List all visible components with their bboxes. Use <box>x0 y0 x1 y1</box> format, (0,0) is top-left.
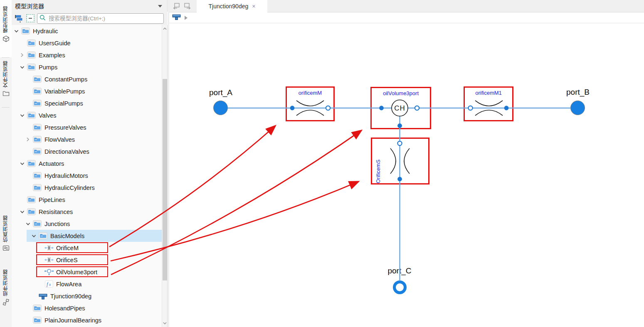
folder-icon <box>26 111 37 120</box>
folder-icon <box>26 208 37 216</box>
chevron-spacer <box>25 76 31 83</box>
component-orificemM[interactable]: orificemM <box>286 86 335 121</box>
tree-scrollbar[interactable] <box>162 25 167 327</box>
tree-item-variablepumps[interactable]: VariablePumps <box>12 85 162 97</box>
tree-item-valves[interactable]: Valves <box>12 109 162 121</box>
tree-item-hydrauliccylinders[interactable]: HydraulicCylinders <box>12 182 162 194</box>
tab-close-icon[interactable]: × <box>252 3 255 9</box>
panel-menu-caret-icon[interactable] <box>158 5 162 7</box>
folder-icon <box>32 316 42 325</box>
editor-tab-bar: Tjunction90deg × <box>169 0 644 12</box>
tree-item-holesandpipes[interactable]: HolesandPipes <box>12 302 162 314</box>
tree-view-options-button[interactable] <box>14 14 23 23</box>
tree-item-label: Resisitances <box>37 209 73 215</box>
component-label: oilVolume3port <box>372 90 430 96</box>
tree-item-directionavalves[interactable]: DirectionaValves <box>12 145 162 157</box>
tab-tjunction90deg[interactable]: Tjunction90deg × <box>197 0 267 12</box>
tree-item-orificem[interactable]: OrificeM <box>12 242 162 254</box>
chevron-spacer <box>25 305 31 312</box>
tree-item-specialpumps[interactable]: SpecialPumps <box>12 97 162 109</box>
chevron-down-icon[interactable] <box>13 28 20 34</box>
tree-item-label: FlowArea <box>55 281 81 288</box>
tree-item-label: VariablePumps <box>43 88 85 95</box>
tree-item-label: PressureValves <box>43 124 86 131</box>
folder-icon <box>32 99 42 108</box>
tree-item-pressurevalves[interactable]: PressureValves <box>12 121 162 133</box>
scroll-up-icon[interactable] <box>162 26 168 32</box>
tree-item-label: Hydraulic <box>32 28 58 34</box>
chevron-down-icon[interactable] <box>25 221 31 227</box>
tree-item-basicmodels[interactable]: BasicModels <box>12 230 162 242</box>
rail-tab-label: 模型浏览器 <box>3 6 8 33</box>
folder-icon <box>32 75 42 84</box>
collapse-all-button[interactable] <box>25 14 35 23</box>
tree-item-label: Examples <box>37 52 65 59</box>
tree-item-constantpumps[interactable]: ConstantPumps <box>12 73 162 85</box>
tree-item-junctions[interactable]: Junctions <box>12 218 162 230</box>
rail-tab-component-browser[interactable]: 组件浏览器 <box>0 269 12 307</box>
tree-item-tjunction90deg[interactable]: Tjunction90deg <box>12 290 162 302</box>
tree-item-hydraulic[interactable]: Hydraulic <box>12 25 162 37</box>
nav-forward-button[interactable] <box>184 2 191 10</box>
chevron-down-icon[interactable] <box>19 160 25 167</box>
fx-icon: fx <box>44 280 54 288</box>
tab-label: Tjunction90deg <box>209 3 249 10</box>
component-label: OrificemS <box>375 139 381 183</box>
port-c-connector[interactable] <box>393 280 407 294</box>
tree-item-pipelines[interactable]: PipeLines <box>12 194 162 206</box>
tree-item-hydraulicmotors[interactable]: HydraulicMotors <box>12 170 162 182</box>
chevron-spacer <box>25 148 31 155</box>
tree-item-label: OilVolume3port <box>55 269 97 275</box>
component-label: orificemM <box>287 90 333 96</box>
tree-item-usersguide[interactable]: UsersGuide <box>12 37 162 49</box>
search-box <box>37 13 164 24</box>
chevron-spacer <box>36 281 43 288</box>
chevron-right-icon[interactable] <box>25 136 31 143</box>
chevron-down-icon[interactable] <box>19 112 25 119</box>
component-oilVolume3port[interactable]: oilVolume3port <box>370 87 431 129</box>
chevron-down-icon[interactable] <box>30 233 37 239</box>
tree-item-pumps[interactable]: Pumps <box>12 61 162 73</box>
tree-item-resisitances[interactable]: Resisitances <box>12 206 162 218</box>
tree-item-actuators[interactable]: Actuators <box>12 157 162 170</box>
port-a-connector[interactable] <box>213 101 228 115</box>
tree-item-examples[interactable]: Examples <box>12 49 162 61</box>
tee-icon <box>38 292 48 300</box>
port-label: port_B <box>560 88 595 97</box>
rail-tab-model-browser[interactable]: 模型浏览器 <box>0 0 12 57</box>
model-cube-icon <box>2 35 10 44</box>
folder-icon <box>32 123 42 132</box>
tree-item-orifices[interactable]: OrificeS <box>12 254 162 266</box>
tree-item-label: UsersGuide <box>37 40 71 47</box>
tree-item-oilvolume3port[interactable]: OilVolume3port <box>12 266 162 278</box>
tree-item-label: HydraulicMotors <box>43 172 88 179</box>
tree-item-label: HolesandPipes <box>43 305 85 312</box>
folder-icon <box>32 148 42 156</box>
chevron-spacer <box>25 88 31 95</box>
tjunction-model-icon <box>172 13 181 22</box>
tree-item-flowarea[interactable]: fxFlowArea <box>12 278 162 290</box>
nav-back-button[interactable] <box>173 2 180 10</box>
chevron-right-icon[interactable] <box>19 52 25 59</box>
port-b-connector[interactable] <box>570 101 585 115</box>
rail-separator <box>2 57 10 58</box>
breadcrumb-expand-icon[interactable] <box>185 16 188 20</box>
scrollbar-thumb[interactable] <box>163 79 167 280</box>
tree-item-plainjournalbearings[interactable]: PlainJournalBearings <box>12 314 162 326</box>
scroll-down-icon[interactable] <box>162 320 168 326</box>
rail-tab-simulation-browser[interactable]: 仿真浏览器 <box>0 215 12 253</box>
tree-item-label: HydraulicCylinders <box>43 184 95 191</box>
tree-item-flowvalves[interactable]: FlowValves <box>12 133 162 145</box>
search-input[interactable] <box>48 15 161 22</box>
rail-tab-file-browser[interactable]: 文件浏览器 <box>0 61 12 98</box>
component-orificemM1[interactable]: orificemM1 <box>464 86 513 121</box>
chevron-down-icon[interactable] <box>19 64 25 71</box>
tree-item-label: PipeLines <box>37 197 65 203</box>
orifice-icon <box>44 256 54 264</box>
component-orificeS[interactable]: OrificemS <box>371 138 429 184</box>
component-icon <box>2 299 10 307</box>
tree-item-label: BasicModels <box>49 233 84 239</box>
chevron-down-icon[interactable] <box>19 209 25 215</box>
folder-icon <box>32 304 42 312</box>
tree-item-label: ConstantPumps <box>43 76 87 83</box>
